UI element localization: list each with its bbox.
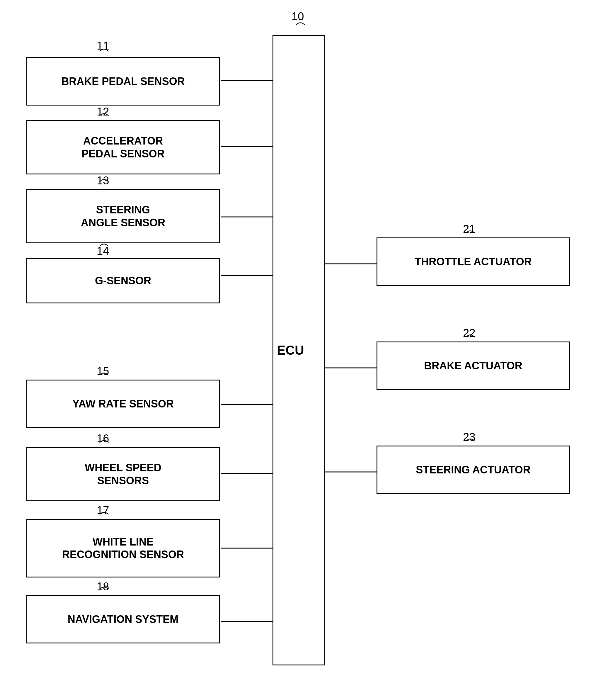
wheel-speed-sensors-label: WHEEL SPEEDSENSORS [85,461,161,487]
ref-23: 23 [463,431,475,444]
diagram-container: ECU 10 11 BRAKE PEDAL SENSOR 12 ACCELERA… [0,0,591,700]
ref-18: 18 [97,580,109,593]
ref-17: 17 [97,504,109,517]
yaw-rate-sensor-label: YAW RATE SENSOR [72,397,174,410]
white-line-recognition-sensor-label: WHITE LINERECOGNITION SENSOR [62,535,184,561]
ref-16: 16 [97,432,109,445]
ref-21: 21 [463,223,475,235]
navigation-system-label: NAVIGATION SYSTEM [68,613,179,626]
brake-actuator-box: BRAKE ACTUATOR [377,341,570,390]
g-sensor-box: G-SENSOR [26,258,220,303]
ref-15: 15 [97,365,109,378]
throttle-actuator-box: THROTTLE ACTUATOR [377,238,570,286]
brake-pedal-sensor-box: BRAKE PEDAL SENSOR [26,57,220,106]
steering-actuator-box: STEERING ACTUATOR [377,446,570,494]
g-sensor-label: G-SENSOR [95,274,151,287]
white-line-recognition-sensor-box: WHITE LINERECOGNITION SENSOR [26,519,220,577]
steering-angle-sensor-label: STEERINGANGLE SENSOR [81,203,165,229]
steering-angle-sensor-box: STEERINGANGLE SENSOR [26,189,220,243]
ref-12: 12 [97,106,109,118]
yaw-rate-sensor-box: YAW RATE SENSOR [26,380,220,428]
wheel-speed-sensors-box: WHEEL SPEEDSENSORS [26,447,220,501]
ref-14: 14 [97,245,109,257]
brake-actuator-label: BRAKE ACTUATOR [424,359,522,372]
navigation-system-box: NAVIGATION SYSTEM [26,595,220,643]
accelerator-pedal-sensor-box: ACCELERATORPEDAL SENSOR [26,120,220,175]
steering-actuator-label: STEERING ACTUATOR [416,463,530,476]
ref-11: 11 [97,40,109,52]
ref-10: 10 [291,10,304,23]
ref-22: 22 [463,327,475,339]
throttle-actuator-label: THROTTLE ACTUATOR [415,255,531,268]
accelerator-pedal-sensor-label: ACCELERATORPEDAL SENSOR [81,135,165,160]
brake-pedal-sensor-label: BRAKE PEDAL SENSOR [61,75,185,88]
ref-13: 13 [97,175,109,187]
ecu-label: ECU [277,343,304,358]
